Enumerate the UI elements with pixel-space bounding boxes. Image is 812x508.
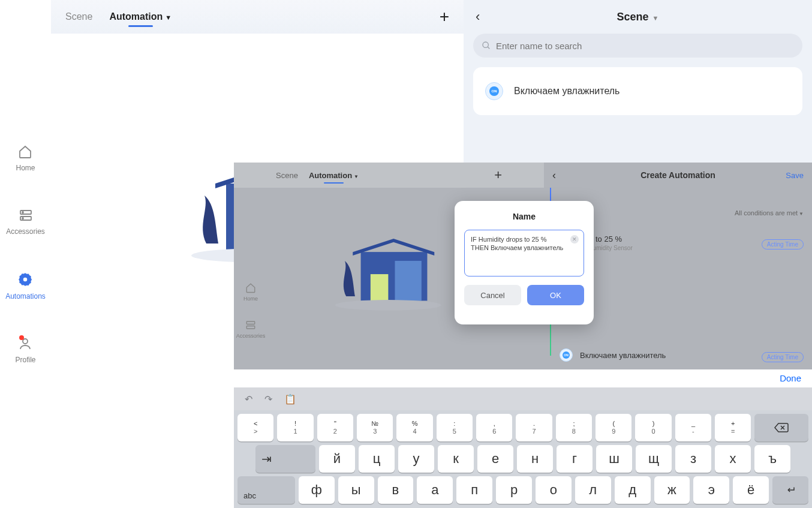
tab-scene[interactable]: Scene: [65, 11, 92, 22]
overlay-sidebar: Home Accessories: [234, 282, 267, 339]
chevron-down-icon: ▼: [799, 211, 804, 217]
ov-sb-home[interactable]: Home: [243, 282, 258, 302]
tab-automation[interactable]: Automation▼: [109, 11, 172, 22]
key[interactable]: в: [378, 476, 414, 504]
key[interactable]: п: [456, 476, 492, 504]
sidebar-label: Automations: [5, 292, 46, 300]
key[interactable]: (9: [596, 414, 631, 441]
clear-icon[interactable]: ✕: [570, 235, 579, 244]
key[interactable]: .7: [516, 414, 552, 441]
overlay-right-header: ‹ Create Automation Save: [544, 163, 812, 188]
keyboard-done-button[interactable]: Done: [234, 369, 812, 387]
svg-rect-14: [246, 321, 255, 324]
key[interactable]: +=: [715, 414, 751, 441]
name-input[interactable]: IF Humidity drops to 25 % THEN Включаем …: [464, 230, 584, 276]
chevron-down-icon: ▼: [354, 174, 359, 179]
key[interactable]: ,6: [476, 414, 512, 441]
ok-button[interactable]: OK: [527, 285, 584, 305]
key[interactable]: "2: [317, 414, 353, 441]
search-icon: [482, 41, 491, 50]
save-button[interactable]: Save: [786, 171, 804, 180]
key[interactable]: ы: [338, 476, 374, 504]
keyboard-toolbar: ↶ ↷ 📋: [234, 387, 812, 410]
key[interactable]: <>: [237, 414, 273, 441]
cancel-button[interactable]: Cancel: [464, 285, 521, 305]
ov-add-button[interactable]: +: [494, 167, 502, 183]
key[interactable]: :5: [437, 414, 473, 441]
key[interactable]: %4: [396, 414, 432, 441]
key[interactable]: ф: [299, 476, 335, 504]
key[interactable]: у: [398, 445, 434, 473]
search-field[interactable]: [496, 41, 794, 51]
name-modal: Name IF Humidity drops to 25 % THEN Вклю…: [455, 201, 594, 324]
key[interactable]: г: [557, 445, 593, 473]
back-button[interactable]: ‹: [476, 9, 480, 25]
ov-tab-automation[interactable]: Automation▼: [309, 171, 359, 180]
key[interactable]: э: [693, 476, 729, 504]
key[interactable]: ъ: [754, 445, 790, 473]
sidebar-item-profile[interactable]: Profile: [15, 336, 35, 364]
overlay-tab-bar: Scene Automation▼ +: [234, 163, 544, 188]
home-icon: [245, 282, 256, 293]
key[interactable]: н: [517, 445, 553, 473]
ov-sb-accessories[interactable]: Accessories: [236, 320, 266, 339]
scene-title-dropdown[interactable]: Scene▼: [617, 11, 659, 23]
scene-panel: ‹ Scene▼ ON Включаем увлажнитель: [464, 0, 812, 163]
undo-icon[interactable]: ↶: [245, 393, 252, 405]
chevron-down-icon: ▼: [652, 14, 659, 22]
sidebar-item-automations[interactable]: Automations: [5, 272, 46, 300]
scene-row[interactable]: ON Включаем увлажнитель: [473, 67, 802, 115]
abc-key[interactable]: abc: [237, 476, 295, 504]
key[interactable]: й: [319, 445, 355, 473]
key[interactable]: ш: [596, 445, 632, 473]
sidebar-item-accessories[interactable]: Accessories: [6, 208, 45, 236]
key[interactable]: ц: [359, 445, 395, 473]
house-illustration-icon: [324, 217, 444, 321]
key[interactable]: )0: [635, 414, 671, 441]
key[interactable]: д: [615, 476, 651, 504]
key[interactable]: ;8: [556, 414, 592, 441]
key[interactable]: о: [536, 476, 572, 504]
redo-icon[interactable]: ↷: [264, 393, 272, 405]
key[interactable]: з: [675, 445, 711, 473]
automations-icon: [17, 272, 33, 287]
key[interactable]: ж: [654, 476, 690, 504]
svg-point-20: [335, 300, 441, 311]
key[interactable]: !1: [277, 414, 313, 441]
svg-rect-18: [395, 261, 421, 301]
search-input[interactable]: [473, 34, 802, 58]
acting-time-badge[interactable]: Acting Time: [762, 239, 804, 250]
backspace-key[interactable]: [754, 414, 808, 441]
key[interactable]: щ: [636, 445, 672, 473]
scene-panel-header: ‹ Scene▼: [464, 0, 812, 34]
key[interactable]: л: [575, 476, 611, 504]
clipboard-icon[interactable]: 📋: [284, 393, 296, 405]
sidebar-label: Home: [16, 164, 35, 172]
key[interactable]: к: [438, 445, 474, 473]
ov-tab-scene[interactable]: Scene: [276, 171, 298, 180]
left-sidebar: Home Accessories Automations Profile: [0, 0, 51, 508]
key[interactable]: р: [496, 476, 532, 504]
svg-point-4: [23, 277, 28, 281]
acting-time-badge-2[interactable]: Acting Time: [762, 352, 804, 362]
svg-rect-17: [371, 274, 389, 300]
key[interactable]: а: [417, 476, 453, 504]
enter-key[interactable]: [772, 476, 808, 504]
conditions-met-dropdown[interactable]: All conditions are met▼: [735, 209, 804, 217]
key[interactable]: _-: [675, 414, 711, 441]
accessories-icon: [245, 320, 256, 330]
key[interactable]: е: [477, 445, 513, 473]
svg-rect-15: [246, 326, 255, 329]
then-row[interactable]: ON Включаем увлажнитель: [560, 348, 666, 362]
notification-dot-icon: [19, 335, 24, 340]
key[interactable]: ё: [733, 476, 769, 504]
key[interactable]: №3: [357, 414, 393, 441]
modal-buttons: Cancel OK: [455, 285, 594, 305]
ov-back-button[interactable]: ‹: [552, 169, 556, 182]
key[interactable]: х: [715, 445, 751, 473]
keyboard: <>!1"2№3%4:5,6.7;8(9)0_-+= ⇥йцукенгшщзхъ…: [234, 410, 812, 508]
tab-key[interactable]: ⇥: [255, 445, 315, 473]
sidebar-item-home[interactable]: Home: [16, 145, 35, 172]
svg-point-5: [23, 339, 28, 344]
add-button[interactable]: +: [440, 7, 449, 26]
